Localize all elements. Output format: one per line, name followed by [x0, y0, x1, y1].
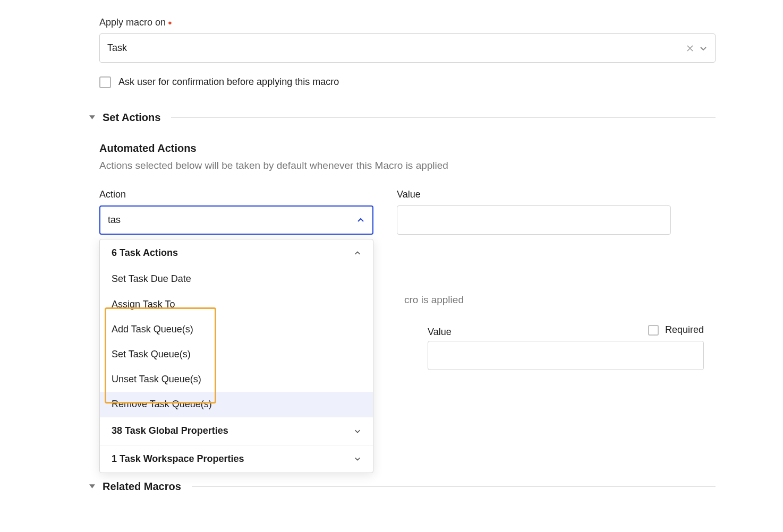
apply-macro-on-value: Task [107, 41, 686, 55]
automated-actions-description: Actions selected below will be taken by … [99, 159, 716, 173]
related-macros-title: Related Macros [103, 479, 181, 494]
action-dropdown: 6 Task Actions Set Task Due Date Assign … [99, 239, 373, 473]
chevron-up-icon [354, 250, 361, 257]
set-actions-toggle-icon[interactable] [89, 111, 97, 124]
set-actions-title: Set Actions [103, 110, 160, 125]
confirm-checkbox[interactable] [99, 76, 111, 88]
action-label: Action [99, 188, 373, 201]
dropdown-group-workspace-properties[interactable]: 1 Task Workspace Properties [100, 445, 373, 473]
dropdown-item-set-task-queues[interactable]: Set Task Queue(s) [100, 342, 373, 367]
chevron-down-icon [354, 427, 361, 435]
obscured-description-tail: cro is applied [404, 293, 464, 307]
value-label-2: Value [428, 325, 452, 339]
apply-macro-on-label: Apply macro on● [99, 16, 716, 29]
action-input-value: tas [108, 213, 356, 227]
divider [171, 117, 716, 118]
dropdown-item-remove-task-queues[interactable]: Remove Task Queue(s) [100, 392, 373, 417]
automated-actions-heading: Automated Actions [99, 141, 716, 156]
required-checkbox[interactable] [648, 325, 659, 336]
dropdown-item-add-task-queues[interactable]: Add Task Queue(s) [100, 317, 373, 342]
chevron-up-icon[interactable] [356, 216, 365, 225]
required-label: Required [665, 323, 704, 337]
required-dot: ● [168, 19, 172, 27]
divider [192, 486, 716, 487]
chevron-down-icon [354, 455, 361, 462]
confirm-label: Ask user for confirmation before applyin… [118, 75, 339, 89]
chevron-down-icon[interactable] [699, 44, 708, 53]
dropdown-group-task-actions[interactable]: 6 Task Actions [100, 239, 373, 267]
value-input-2[interactable] [428, 341, 704, 370]
dropdown-item-unset-task-queues[interactable]: Unset Task Queue(s) [100, 367, 373, 392]
value-label: Value [397, 188, 671, 201]
dropdown-item-set-task-due-date[interactable]: Set Task Due Date [100, 267, 373, 291]
dropdown-item-assign-task-to[interactable]: Assign Task To [100, 292, 373, 317]
action-combobox[interactable]: tas [99, 205, 373, 235]
apply-macro-on-select[interactable]: Task [99, 33, 716, 63]
clear-icon[interactable] [686, 45, 694, 52]
value-input[interactable] [397, 205, 671, 235]
dropdown-group-global-properties[interactable]: 38 Task Global Properties [100, 417, 373, 444]
related-macros-toggle-icon[interactable] [89, 480, 97, 493]
